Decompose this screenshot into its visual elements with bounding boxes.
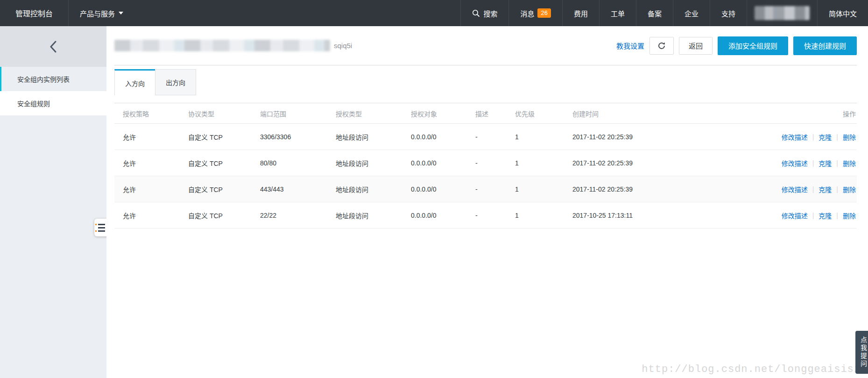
nav-item-label: 备案 bbox=[648, 8, 662, 18]
action-delete[interactable]: 删除 bbox=[843, 158, 856, 168]
back-button[interactable]: 返回 bbox=[679, 37, 713, 55]
col-description: 描述 bbox=[475, 109, 515, 118]
cell-created: 2017-11-02 20:25:39 bbox=[572, 133, 689, 141]
sidebar: 安全组内实例列表 安全组规则 bbox=[0, 26, 106, 378]
cell-auth-object: 0.0.0.0/0 bbox=[411, 133, 475, 141]
teach-me-link[interactable]: 教我设置 bbox=[616, 41, 644, 50]
action-delete[interactable]: 删除 bbox=[843, 132, 856, 142]
cell-protocol: 自定义 TCP bbox=[188, 158, 260, 168]
list-icon bbox=[98, 224, 105, 225]
action-clone[interactable]: 克隆 bbox=[819, 132, 832, 142]
cell-auth-object: 0.0.0.0/0 bbox=[411, 212, 475, 219]
products-menu-label: 产品与服务 bbox=[80, 8, 115, 18]
sidebar-item-rules[interactable]: 安全组规则 bbox=[0, 91, 106, 115]
redacted-security-group-title bbox=[114, 40, 330, 51]
console-home-link[interactable]: 管理控制台 bbox=[0, 0, 68, 26]
table-header: 授权策略 协议类型 端口范围 授权类型 授权对象 描述 优先级 创建时间 操作 bbox=[114, 103, 857, 124]
action-delete[interactable]: 删除 bbox=[843, 185, 856, 194]
cell-description: - bbox=[475, 185, 515, 193]
cell-protocol: 自定义 TCP bbox=[188, 132, 260, 142]
action-separator: | bbox=[836, 159, 838, 167]
refresh-button[interactable] bbox=[649, 37, 674, 55]
cell-priority: 1 bbox=[515, 159, 572, 167]
action-edit-description[interactable]: 修改描述 bbox=[782, 132, 808, 142]
sidebar-collapse-button[interactable] bbox=[0, 26, 106, 67]
cell-description: - bbox=[475, 159, 515, 167]
action-edit-description[interactable]: 修改描述 bbox=[782, 185, 808, 194]
quick-create-button[interactable]: 快速创建规则 bbox=[793, 36, 857, 55]
user-account-menu[interactable] bbox=[747, 0, 817, 26]
action-separator: | bbox=[812, 159, 814, 167]
messages-badge: 26 bbox=[537, 8, 550, 18]
table-row[interactable]: 允许 自定义 TCP 443/443 地址段访问 0.0.0.0/0 - 1 2… bbox=[114, 176, 857, 202]
cell-auth-type: 地址段访问 bbox=[336, 132, 411, 142]
action-separator: | bbox=[812, 212, 814, 219]
nav-item-label: 费用 bbox=[574, 8, 588, 18]
action-clone[interactable]: 克隆 bbox=[819, 158, 832, 168]
nav-item-enterprise[interactable]: 企业 bbox=[673, 0, 710, 26]
table-row[interactable]: 允许 自定义 TCP 80/80 地址段访问 0.0.0.0/0 - 1 201… bbox=[114, 150, 857, 176]
nav-item-label: 支持 bbox=[721, 8, 735, 18]
cell-port-range: 3306/3306 bbox=[260, 133, 336, 141]
row-actions: 修改描述|克隆|删除 bbox=[782, 185, 856, 194]
cell-priority: 1 bbox=[515, 212, 572, 219]
col-priority: 优先级 bbox=[515, 109, 572, 118]
language-switcher[interactable]: 简体中文 bbox=[817, 0, 868, 26]
sidebar-item-label: 安全组规则 bbox=[17, 99, 50, 108]
tab-inbound[interactable]: 入方向 bbox=[114, 69, 155, 95]
col-port-range: 端口范围 bbox=[260, 109, 336, 118]
action-edit-description[interactable]: 修改描述 bbox=[782, 158, 808, 168]
title-suffix: sqiq5i bbox=[334, 42, 352, 50]
action-clone[interactable]: 克隆 bbox=[819, 211, 832, 220]
cell-description: - bbox=[475, 212, 515, 219]
action-separator: | bbox=[836, 133, 838, 141]
console-home-label: 管理控制台 bbox=[15, 7, 53, 19]
list-icon bbox=[98, 227, 105, 228]
sidebar-item-label: 安全组内实例列表 bbox=[17, 74, 70, 84]
action-delete[interactable]: 删除 bbox=[843, 211, 856, 220]
action-separator: | bbox=[836, 212, 838, 219]
sidebar-item-instances[interactable]: 安全组内实例列表 bbox=[0, 67, 106, 91]
products-menu[interactable]: 产品与服务 bbox=[69, 0, 134, 26]
cell-auth-type: 地址段访问 bbox=[336, 158, 411, 168]
cell-policy: 允许 bbox=[114, 185, 188, 194]
main-content: sqiq5i 教我设置 返回 添加安全组规则 快速创建规则 入方向 bbox=[106, 26, 868, 378]
cell-policy: 允许 bbox=[114, 211, 188, 220]
cell-auth-type: 地址段访问 bbox=[336, 185, 411, 194]
action-separator: | bbox=[812, 133, 814, 141]
language-label: 简体中文 bbox=[829, 8, 857, 18]
table-body: 允许 自定义 TCP 3306/3306 地址段访问 0.0.0.0/0 - 1… bbox=[114, 124, 857, 228]
action-edit-description[interactable]: 修改描述 bbox=[782, 211, 808, 220]
nav-item-tickets[interactable]: 工单 bbox=[599, 0, 636, 26]
action-separator: | bbox=[836, 185, 838, 193]
tab-outbound[interactable]: 出方向 bbox=[155, 69, 196, 95]
search-button[interactable]: 搜索 bbox=[460, 0, 508, 26]
cell-policy: 允许 bbox=[114, 158, 188, 168]
action-separator: | bbox=[812, 185, 814, 193]
table-row[interactable]: 允许 自定义 TCP 3306/3306 地址段访问 0.0.0.0/0 - 1… bbox=[114, 124, 857, 150]
action-clone[interactable]: 克隆 bbox=[819, 185, 832, 194]
nav-item-support[interactable]: 支持 bbox=[710, 0, 747, 26]
ask-question-tab[interactable]: 点我提问 bbox=[855, 331, 868, 374]
add-rule-button[interactable]: 添加安全组规则 bbox=[718, 36, 788, 55]
table-row[interactable]: 允许 自定义 TCP 22/22 地址段访问 0.0.0.0/0 - 1 201… bbox=[114, 202, 857, 228]
row-actions: 修改描述|克隆|删除 bbox=[782, 211, 856, 220]
cell-port-range: 443/443 bbox=[260, 185, 336, 193]
col-policy: 授权策略 bbox=[114, 109, 188, 118]
nav-item-icp[interactable]: 备案 bbox=[636, 0, 673, 26]
nav-item-billing[interactable]: 费用 bbox=[562, 0, 599, 26]
nav-item-label: 企业 bbox=[685, 8, 699, 18]
cell-priority: 1 bbox=[515, 133, 572, 141]
chevron-left-icon bbox=[49, 41, 57, 53]
cell-created: 2017-11-02 20:25:39 bbox=[572, 185, 689, 193]
col-protocol: 协议类型 bbox=[188, 109, 260, 118]
cell-auth-type: 地址段访问 bbox=[336, 211, 411, 220]
col-auth-object: 授权对象 bbox=[411, 109, 475, 118]
row-actions: 修改描述|克隆|删除 bbox=[782, 158, 856, 168]
messages-label: 消息 bbox=[520, 8, 534, 18]
cell-policy: 允许 bbox=[114, 132, 188, 142]
tab-label: 入方向 bbox=[125, 78, 145, 88]
messages-menu[interactable]: 消息 26 bbox=[508, 0, 562, 26]
cell-created: 2017-10-25 17:13:11 bbox=[572, 212, 689, 219]
redacted-username bbox=[755, 6, 810, 20]
